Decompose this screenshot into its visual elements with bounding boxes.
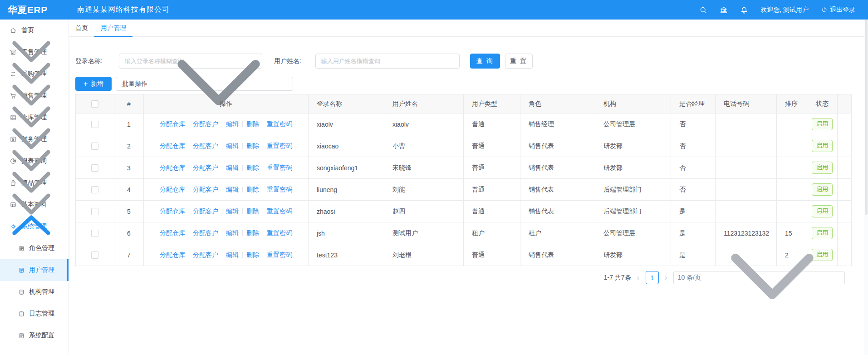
action-link-assign-customer[interactable]: 分配客户	[193, 207, 218, 215]
column-header: 登录名称	[309, 94, 384, 113]
action-link-assign-customer[interactable]: 分配客户	[193, 186, 218, 193]
sidebar-subitem-org[interactable]: 机构管理	[0, 281, 69, 303]
row-index-cell: 3	[114, 157, 144, 179]
sidebar-subitem-role[interactable]: 角色管理	[0, 237, 69, 259]
action-link-delete[interactable]: 删除	[246, 251, 259, 258]
status-badge[interactable]: 启用	[812, 118, 833, 130]
column-header: 排序	[777, 94, 807, 113]
app-logo: 华夏ERP	[0, 4, 69, 16]
action-link-edit[interactable]: 编辑	[226, 251, 239, 258]
action-link-assign-warehouse[interactable]: 分配仓库	[160, 142, 185, 149]
row-checkbox[interactable]	[91, 121, 98, 128]
action-link-assign-warehouse[interactable]: 分配仓库	[160, 120, 185, 128]
action-link-edit[interactable]: 编辑	[226, 142, 239, 149]
action-link-reset-password[interactable]: 重置密码	[267, 120, 292, 128]
row-select-cell	[76, 201, 114, 222]
column-header: 是否经理	[671, 94, 716, 113]
action-separator	[263, 187, 263, 192]
bell-icon[interactable]	[740, 6, 748, 14]
page-scrollbar[interactable]	[864, 20, 868, 355]
action-link-edit[interactable]: 编辑	[226, 186, 239, 193]
sidebar-subitem-user[interactable]: 用户管理	[0, 259, 69, 281]
action-link-assign-warehouse[interactable]: 分配仓库	[160, 186, 185, 193]
scroll-gutter-cell	[838, 135, 852, 157]
search-button[interactable]: 查 询	[470, 54, 500, 69]
row-cell-type: 普通	[464, 179, 520, 201]
row-cell-role: 销售代表	[520, 201, 595, 222]
sidebar-subitem-config[interactable]: 系统配置	[0, 325, 69, 346]
add-user-button[interactable]: + 新增	[75, 77, 112, 91]
status-badge[interactable]: 启用	[812, 162, 833, 174]
action-link-edit[interactable]: 编辑	[226, 207, 239, 215]
logout-button[interactable]: 退出登录	[821, 6, 855, 14]
scroll-gutter-header-cell	[838, 94, 852, 113]
action-link-edit[interactable]: 编辑	[226, 229, 239, 237]
row-checkbox[interactable]	[91, 164, 98, 172]
action-separator	[242, 208, 243, 214]
bank-icon[interactable]	[720, 6, 728, 14]
search-icon[interactable]	[699, 6, 707, 14]
row-cell-org: 公司管理层	[595, 222, 671, 244]
action-link-delete[interactable]: 删除	[246, 186, 259, 193]
next-page-icon[interactable]: ›	[663, 274, 669, 281]
sidebar-subitem-log[interactable]: 日志管理	[0, 303, 69, 325]
action-link-reset-password[interactable]: 重置密码	[267, 229, 292, 237]
action-link-assign-warehouse[interactable]: 分配仓库	[160, 164, 185, 171]
action-link-assign-customer[interactable]: 分配客户	[193, 164, 218, 171]
row-actions-cell: 分配仓库分配客户编辑删除重置密码	[144, 179, 309, 201]
tab-home[interactable]: 首页	[69, 20, 94, 36]
action-link-assign-warehouse[interactable]: 分配仓库	[160, 251, 185, 258]
select-all-checkbox[interactable]	[91, 100, 98, 108]
row-cell-role: 销售代表	[520, 135, 595, 157]
action-link-reset-password[interactable]: 重置密码	[267, 251, 292, 258]
action-separator	[263, 121, 263, 127]
action-separator	[242, 230, 243, 236]
action-link-delete[interactable]: 删除	[246, 142, 259, 149]
action-separator	[222, 208, 222, 214]
action-separator	[189, 165, 189, 171]
prev-page-icon[interactable]: ‹	[635, 274, 642, 281]
row-select-cell	[76, 179, 114, 201]
action-link-assign-customer[interactable]: 分配客户	[193, 229, 218, 237]
user-name-input[interactable]	[315, 54, 460, 69]
status-badge[interactable]: 启用	[812, 140, 833, 152]
row-checkbox[interactable]	[91, 143, 98, 150]
status-badge[interactable]: 启用	[812, 183, 833, 196]
action-link-edit[interactable]: 编辑	[226, 120, 239, 128]
sidebar-item-system[interactable]: 系统管理	[0, 216, 69, 237]
action-link-assign-customer[interactable]: 分配客户	[193, 120, 218, 128]
action-link-reset-password[interactable]: 重置密码	[267, 186, 292, 193]
action-link-reset-password[interactable]: 重置密码	[267, 164, 292, 171]
scrollbar-thumb[interactable]	[865, 20, 868, 215]
row-cell-name: 刘能	[384, 179, 464, 201]
action-link-assign-warehouse[interactable]: 分配仓库	[160, 207, 185, 215]
batch-actions-button[interactable]: 批量操作	[116, 77, 293, 91]
row-cell-manager: 否	[671, 157, 716, 179]
row-checkbox[interactable]	[91, 230, 98, 237]
tab-user-management[interactable]: 用户管理	[94, 20, 132, 36]
action-link-delete[interactable]: 删除	[246, 164, 259, 171]
action-link-assign-warehouse[interactable]: 分配仓库	[160, 229, 185, 237]
row-cell-name: 小曹	[384, 135, 464, 157]
row-cell-org: 后端管理部门	[595, 201, 671, 222]
action-link-assign-customer[interactable]: 分配客户	[193, 251, 218, 258]
login-name-label: 登录名称:	[75, 57, 103, 65]
row-checkbox[interactable]	[91, 208, 98, 215]
action-link-assign-customer[interactable]: 分配客户	[193, 142, 218, 149]
action-link-delete[interactable]: 删除	[246, 207, 259, 215]
row-checkbox[interactable]	[91, 186, 98, 193]
row-checkbox[interactable]	[91, 251, 98, 259]
action-link-delete[interactable]: 删除	[246, 229, 259, 237]
action-link-delete[interactable]: 删除	[246, 120, 259, 128]
page-size-select[interactable]: 10 条/页	[673, 271, 845, 284]
action-link-reset-password[interactable]: 重置密码	[267, 142, 292, 149]
row-cell-type: 普通	[464, 113, 520, 135]
doc-icon	[18, 245, 25, 252]
current-page-button[interactable]: 1	[646, 271, 659, 284]
action-link-edit[interactable]: 编辑	[226, 164, 239, 171]
reset-button[interactable]: 重 置	[505, 54, 533, 69]
action-link-reset-password[interactable]: 重置密码	[267, 207, 292, 215]
action-separator	[189, 187, 189, 192]
action-separator	[263, 230, 263, 236]
plus-icon: +	[83, 80, 88, 88]
